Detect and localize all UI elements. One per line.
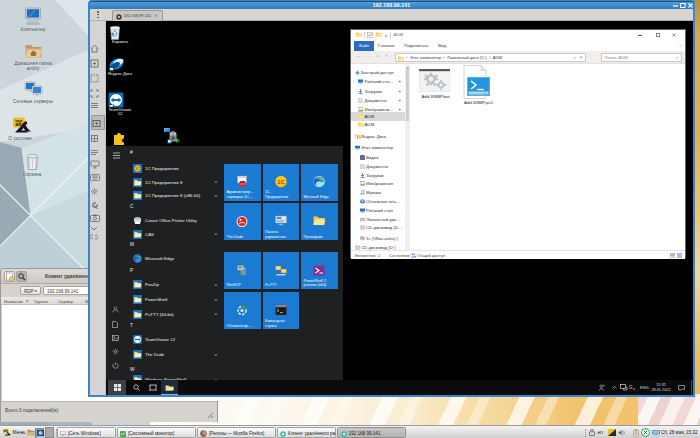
svg-text:1С: 1С bbox=[277, 179, 285, 185]
svg-text:1С: 1С bbox=[135, 167, 140, 171]
